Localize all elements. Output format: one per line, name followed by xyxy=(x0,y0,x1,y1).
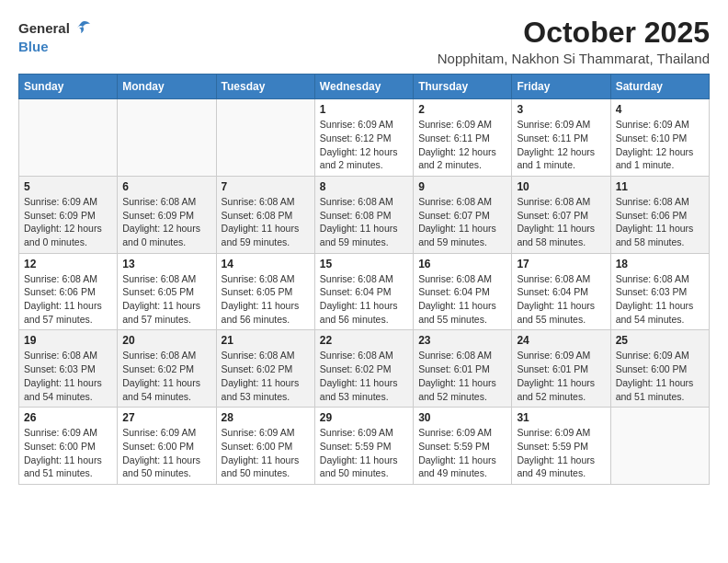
calendar-cell: 23Sunrise: 6:08 AM Sunset: 6:01 PM Dayli… xyxy=(414,330,512,408)
day-number: 25 xyxy=(616,334,704,347)
day-number: 12 xyxy=(24,258,112,270)
day-number: 9 xyxy=(418,180,506,193)
day-number: 2 xyxy=(418,103,506,116)
calendar-cell: 13Sunrise: 6:08 AM Sunset: 6:05 PM Dayli… xyxy=(118,253,216,330)
calendar-cell: 20Sunrise: 6:08 AM Sunset: 6:02 PM Dayli… xyxy=(118,330,216,408)
calendar-cell: 21Sunrise: 6:08 AM Sunset: 6:02 PM Dayli… xyxy=(216,330,314,408)
calendar-cell: 10Sunrise: 6:08 AM Sunset: 6:07 PM Dayli… xyxy=(512,176,610,253)
weekday-header-tuesday: Tuesday xyxy=(216,75,314,99)
day-number: 26 xyxy=(24,411,112,424)
calendar-cell: 17Sunrise: 6:08 AM Sunset: 6:04 PM Dayli… xyxy=(512,253,610,330)
day-info: Sunrise: 6:09 AM Sunset: 5:59 PM Dayligh… xyxy=(418,426,506,480)
calendar-cell: 25Sunrise: 6:09 AM Sunset: 6:00 PM Dayli… xyxy=(610,330,709,408)
day-info: Sunrise: 6:09 AM Sunset: 6:09 PM Dayligh… xyxy=(24,195,112,249)
week-row-3: 12Sunrise: 6:08 AM Sunset: 6:06 PM Dayli… xyxy=(19,253,710,330)
calendar-cell: 12Sunrise: 6:08 AM Sunset: 6:06 PM Dayli… xyxy=(19,253,118,330)
weekday-header-saturday: Saturday xyxy=(610,75,709,99)
day-info: Sunrise: 6:08 AM Sunset: 6:03 PM Dayligh… xyxy=(616,272,704,327)
day-info: Sunrise: 6:09 AM Sunset: 6:11 PM Dayligh… xyxy=(418,118,506,172)
day-number: 15 xyxy=(320,258,408,270)
title-block: October 2025 Nopphitam, Nakhon Si Thamma… xyxy=(438,17,710,66)
day-info: Sunrise: 6:08 AM Sunset: 6:08 PM Dayligh… xyxy=(320,195,408,249)
day-number: 30 xyxy=(418,411,506,424)
day-number: 29 xyxy=(320,411,408,424)
day-info: Sunrise: 6:09 AM Sunset: 6:00 PM Dayligh… xyxy=(222,426,310,480)
day-info: Sunrise: 6:09 AM Sunset: 6:12 PM Dayligh… xyxy=(320,118,408,172)
day-info: Sunrise: 6:09 AM Sunset: 6:00 PM Dayligh… xyxy=(616,349,704,403)
day-number: 31 xyxy=(517,411,605,424)
week-row-2: 5Sunrise: 6:09 AM Sunset: 6:09 PM Daylig… xyxy=(19,176,710,253)
day-info: Sunrise: 6:08 AM Sunset: 6:04 PM Dayligh… xyxy=(517,272,605,327)
calendar-cell: 2Sunrise: 6:09 AM Sunset: 6:11 PM Daylig… xyxy=(414,99,512,177)
day-number: 11 xyxy=(616,180,704,193)
day-info: Sunrise: 6:09 AM Sunset: 6:11 PM Dayligh… xyxy=(517,118,605,172)
calendar-cell xyxy=(216,99,314,177)
page: General Blue October 2025 Nopphitam, Nak… xyxy=(0,0,728,496)
calendar-cell: 18Sunrise: 6:08 AM Sunset: 6:03 PM Dayli… xyxy=(610,253,709,330)
calendar-cell xyxy=(118,99,216,177)
calendar-cell: 29Sunrise: 6:09 AM Sunset: 5:59 PM Dayli… xyxy=(314,408,413,485)
day-number: 1 xyxy=(320,103,408,116)
day-number: 16 xyxy=(418,258,506,270)
day-number: 13 xyxy=(122,258,210,270)
day-info: Sunrise: 6:08 AM Sunset: 6:05 PM Dayligh… xyxy=(222,272,310,327)
calendar-cell: 5Sunrise: 6:09 AM Sunset: 6:09 PM Daylig… xyxy=(19,176,118,253)
calendar-cell: 4Sunrise: 6:09 AM Sunset: 6:10 PM Daylig… xyxy=(610,99,709,177)
calendar-cell: 11Sunrise: 6:08 AM Sunset: 6:06 PM Dayli… xyxy=(610,176,709,253)
day-info: Sunrise: 6:08 AM Sunset: 6:02 PM Dayligh… xyxy=(222,349,310,403)
calendar-cell: 1Sunrise: 6:09 AM Sunset: 6:12 PM Daylig… xyxy=(314,99,413,177)
day-number: 7 xyxy=(222,180,310,193)
day-info: Sunrise: 6:08 AM Sunset: 6:02 PM Dayligh… xyxy=(320,349,408,403)
logo-general: General xyxy=(18,21,70,37)
day-number: 10 xyxy=(517,180,605,193)
day-info: Sunrise: 6:08 AM Sunset: 6:07 PM Dayligh… xyxy=(418,195,506,249)
week-row-5: 26Sunrise: 6:09 AM Sunset: 6:00 PM Dayli… xyxy=(19,408,710,485)
day-info: Sunrise: 6:09 AM Sunset: 5:59 PM Dayligh… xyxy=(517,426,605,480)
weekday-header-wednesday: Wednesday xyxy=(314,75,413,99)
day-info: Sunrise: 6:09 AM Sunset: 6:00 PM Dayligh… xyxy=(24,426,112,480)
calendar-cell: 26Sunrise: 6:09 AM Sunset: 6:00 PM Dayli… xyxy=(19,408,118,485)
day-info: Sunrise: 6:09 AM Sunset: 6:10 PM Dayligh… xyxy=(616,118,704,172)
weekday-header-row: SundayMondayTuesdayWednesdayThursdayFrid… xyxy=(19,75,710,99)
week-row-4: 19Sunrise: 6:08 AM Sunset: 6:03 PM Dayli… xyxy=(19,330,710,408)
calendar-cell: 8Sunrise: 6:08 AM Sunset: 6:08 PM Daylig… xyxy=(314,176,413,253)
day-info: Sunrise: 6:09 AM Sunset: 5:59 PM Dayligh… xyxy=(320,426,408,480)
day-number: 24 xyxy=(517,334,605,347)
calendar-cell: 30Sunrise: 6:09 AM Sunset: 5:59 PM Dayli… xyxy=(414,408,512,485)
calendar-cell: 6Sunrise: 6:08 AM Sunset: 6:09 PM Daylig… xyxy=(118,176,216,253)
day-number: 8 xyxy=(320,180,408,193)
calendar-cell: 22Sunrise: 6:08 AM Sunset: 6:02 PM Dayli… xyxy=(314,330,413,408)
day-number: 3 xyxy=(517,103,605,116)
calendar-cell: 14Sunrise: 6:08 AM Sunset: 6:05 PM Dayli… xyxy=(216,253,314,330)
calendar-cell: 19Sunrise: 6:08 AM Sunset: 6:03 PM Dayli… xyxy=(19,330,118,408)
day-number: 21 xyxy=(222,334,310,347)
day-number: 6 xyxy=(122,180,210,193)
logo-blue: Blue xyxy=(18,39,49,54)
day-info: Sunrise: 6:08 AM Sunset: 6:04 PM Dayligh… xyxy=(418,272,506,327)
calendar-cell: 24Sunrise: 6:09 AM Sunset: 6:01 PM Dayli… xyxy=(512,330,610,408)
header: General Blue October 2025 Nopphitam, Nak… xyxy=(18,17,710,66)
day-number: 22 xyxy=(320,334,408,347)
calendar-cell: 27Sunrise: 6:09 AM Sunset: 6:00 PM Dayli… xyxy=(118,408,216,485)
calendar-cell xyxy=(19,99,118,177)
calendar-cell: 15Sunrise: 6:08 AM Sunset: 6:04 PM Dayli… xyxy=(314,253,413,330)
day-info: Sunrise: 6:08 AM Sunset: 6:04 PM Dayligh… xyxy=(320,272,408,327)
weekday-header-sunday: Sunday xyxy=(19,75,118,99)
day-info: Sunrise: 6:09 AM Sunset: 6:01 PM Dayligh… xyxy=(517,349,605,403)
day-number: 18 xyxy=(616,258,704,270)
day-number: 20 xyxy=(122,334,210,347)
day-number: 27 xyxy=(122,411,210,424)
day-info: Sunrise: 6:08 AM Sunset: 6:06 PM Dayligh… xyxy=(616,195,704,249)
day-info: Sunrise: 6:08 AM Sunset: 6:09 PM Dayligh… xyxy=(122,195,210,249)
calendar-cell: 31Sunrise: 6:09 AM Sunset: 5:59 PM Dayli… xyxy=(512,408,610,485)
day-info: Sunrise: 6:08 AM Sunset: 6:02 PM Dayligh… xyxy=(122,349,210,403)
day-info: Sunrise: 6:08 AM Sunset: 6:06 PM Dayligh… xyxy=(24,272,112,327)
location-subtitle: Nopphitam, Nakhon Si Thammarat, Thailand xyxy=(438,51,710,66)
day-info: Sunrise: 6:08 AM Sunset: 6:08 PM Dayligh… xyxy=(222,195,310,249)
day-info: Sunrise: 6:08 AM Sunset: 6:05 PM Dayligh… xyxy=(122,272,210,327)
day-number: 19 xyxy=(24,334,112,347)
day-info: Sunrise: 6:09 AM Sunset: 6:00 PM Dayligh… xyxy=(122,426,210,480)
calendar-cell: 9Sunrise: 6:08 AM Sunset: 6:07 PM Daylig… xyxy=(414,176,512,253)
calendar-cell: 28Sunrise: 6:09 AM Sunset: 6:00 PM Dayli… xyxy=(216,408,314,485)
calendar-table: SundayMondayTuesdayWednesdayThursdayFrid… xyxy=(18,74,710,485)
